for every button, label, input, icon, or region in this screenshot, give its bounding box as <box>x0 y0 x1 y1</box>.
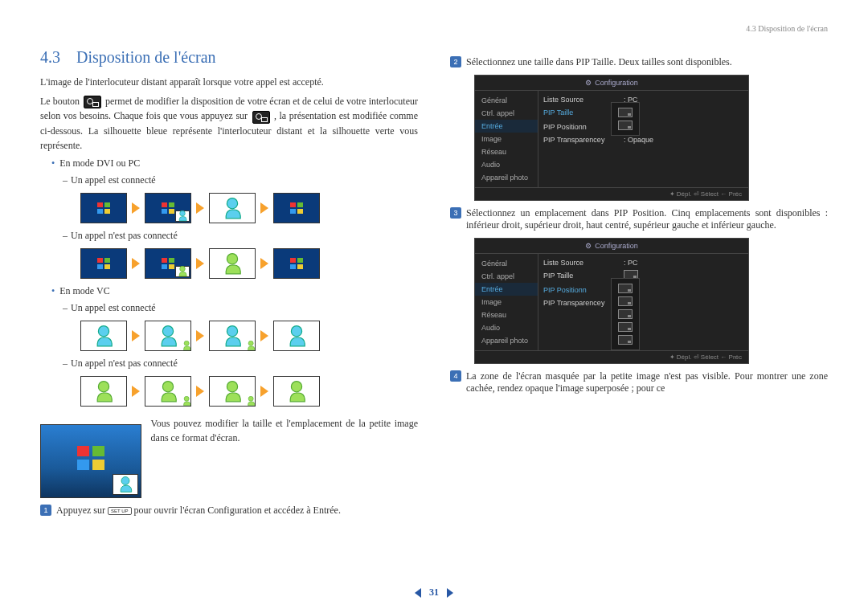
arrow-icon <box>196 202 204 214</box>
osd-pip-taille: Configuration Général Ctrl. appel Entrée… <box>474 75 749 201</box>
layout-button-icon <box>252 111 270 124</box>
osd-pip-position: Configuration Général Ctrl. appel Entrée… <box>474 238 749 364</box>
explain-block: Vous pouvez modifier la taille et l'empl… <box>40 416 418 498</box>
step-2: 2 Sélectionnez une taille dans PIP Taill… <box>450 56 828 68</box>
osd-sidebar: Général Ctrl. appel Entrée Image Réseau … <box>475 254 538 350</box>
osd-sidebar: Général Ctrl. appel Entrée Image Réseau … <box>475 91 538 187</box>
section-number: 4.3 <box>40 48 60 66</box>
header-breadcrumb: 4.3 Disposition de l'écran <box>746 24 828 33</box>
diagram-dvi-not-connected <box>80 248 418 279</box>
intro-p2: Le bouton permet de modifier la disposit… <box>40 94 418 153</box>
step-badge-1: 1 <box>40 505 51 516</box>
mode-vc: •En mode VC <box>51 285 418 297</box>
step-badge-3: 3 <box>450 207 461 219</box>
explain-text: Vous pouvez modifier la taille et l'empl… <box>151 416 418 445</box>
step-3: 3 Sélectionnez un emplacement dans PIP P… <box>450 207 828 231</box>
example-screenshot <box>40 424 141 498</box>
vc-not-connected: –Un appel n'est pas connecté <box>63 358 418 370</box>
section-heading: 4.3 Disposition de l'écran <box>40 48 418 67</box>
arrow-icon <box>196 386 204 397</box>
mode-dvi: •En mode DVI ou PC <box>51 157 418 170</box>
layout-button-icon <box>84 96 101 108</box>
step-4: 4 La zone de l'écran masquée par la peti… <box>450 370 828 394</box>
arrow-icon <box>260 258 268 269</box>
dvi-connected: –Un appel est connecté <box>63 174 418 186</box>
page-navigator: 31 <box>415 586 453 599</box>
osd-footer: ✦ Dépl. ⏎ Sélect ← Préc <box>475 187 748 200</box>
arrow-icon <box>260 330 268 341</box>
step-badge-4: 4 <box>450 370 461 382</box>
arrow-icon <box>132 386 140 397</box>
osd-title: Configuration <box>475 76 748 91</box>
page-number: 31 <box>429 586 439 599</box>
osd-footer: ✦ Dépl. ⏎ Sélect ← Préc <box>475 350 748 363</box>
step-1: 1 Appuyez sur SET UP pour ouvrir l'écran… <box>40 505 418 517</box>
setup-button-icon: SET UP <box>108 507 132 515</box>
prev-page-icon[interactable] <box>415 588 421 598</box>
right-column: 2 Sélectionnez une taille dans PIP Taill… <box>450 24 828 523</box>
intro-p1: L'image de l'interlocuteur distant appar… <box>40 75 418 89</box>
vc-connected: –Un appel est connecté <box>63 302 418 314</box>
arrow-icon <box>132 258 140 269</box>
arrow-icon <box>260 202 268 214</box>
osd-title: Configuration <box>475 239 748 254</box>
next-page-icon[interactable] <box>447 588 453 598</box>
arrow-icon <box>132 202 140 214</box>
section-title: Disposition de l'écran <box>76 48 216 66</box>
arrow-icon <box>260 386 268 397</box>
left-column: 4.3 Disposition de l'écran L'image de l'… <box>40 24 418 523</box>
dvi-not-connected: –Un appel n'est pas connecté <box>63 230 418 242</box>
arrow-icon <box>196 258 204 269</box>
arrow-icon <box>132 330 140 341</box>
diagram-vc-not-connected <box>80 376 418 407</box>
diagram-dvi-connected <box>80 193 418 223</box>
arrow-icon <box>196 330 204 341</box>
step-badge-2: 2 <box>450 56 461 67</box>
diagram-vc-connected <box>80 321 418 351</box>
